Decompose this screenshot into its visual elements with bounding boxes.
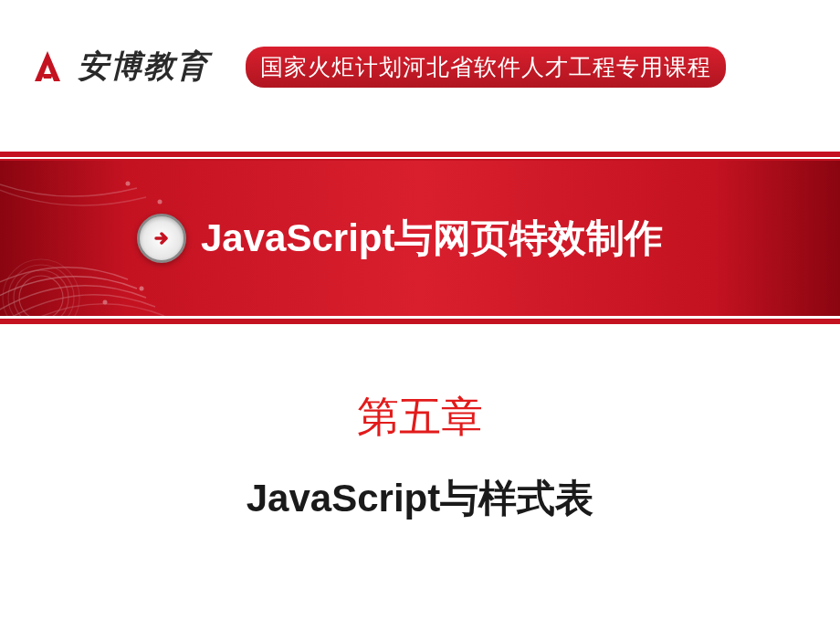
svg-point-4 (126, 182, 131, 186)
svg-point-6 (103, 300, 108, 305)
logo-text: 安博教育 (78, 46, 209, 88)
slide-header: 安博教育 国家火炬计划河北省软件人才工程专用课程 (0, 0, 840, 115)
chapter-section: 第五章 JavaScript与样式表 (0, 389, 840, 524)
decorative-bar-top (0, 152, 840, 157)
header-banner: 国家火炬计划河北省软件人才工程专用课程 (246, 47, 726, 88)
chapter-subtitle: JavaScript与样式表 (0, 473, 840, 524)
title-banner: JavaScript与网页特效制作 (0, 161, 840, 316)
decorative-bar-bottom (0, 319, 840, 320)
svg-point-5 (158, 200, 163, 205)
svg-point-7 (140, 287, 144, 291)
main-title: JavaScript与网页特效制作 (201, 213, 663, 264)
logo-area: 安博教育 (27, 46, 209, 88)
logo-icon (27, 47, 68, 88)
chapter-title: 第五章 (0, 389, 840, 446)
title-section: JavaScript与网页特效制作 (0, 152, 840, 334)
arrow-right-icon (137, 214, 186, 263)
